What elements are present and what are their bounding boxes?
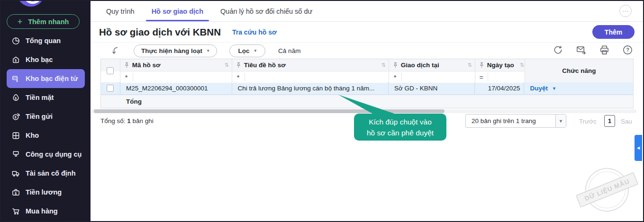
table-header: Mã hồ sơ ⇅ Tiêu đề hồ sơ ⇅ Giao dịch tại <box>100 59 634 82</box>
filter-operator: * <box>120 74 133 81</box>
pin-icon <box>236 62 241 68</box>
filter-cell-tieu-de[interactable]: * <box>232 71 389 83</box>
help-button[interactable]: ? <box>622 44 633 55</box>
send-email-button[interactable] <box>576 44 587 55</box>
batch-action-label: Thực hiện hàng loạt <box>141 47 202 54</box>
sidebar-item-label: Tổng quan <box>26 37 61 44</box>
quick-add-button[interactable]: + Thêm nhanh <box>7 14 80 29</box>
more-options-button[interactable]: ⋯ <box>619 5 632 17</box>
filter-operator: = <box>475 74 488 81</box>
briefcase-icon: $ <box>11 188 20 197</box>
filter-input[interactable] <box>133 73 232 81</box>
refresh-button[interactable] <box>553 44 563 55</box>
page-size-select[interactable]: 20 bản ghi trên 1 trang ▼ <box>465 114 566 128</box>
approve-action-dropdown[interactable]: Duyệt ▼ <box>524 82 633 94</box>
sort-icon: ⇅ <box>224 62 228 68</box>
record-count-prefix: Tổng số: <box>100 117 126 124</box>
e-treasury-icon: $ <box>11 74 20 83</box>
sidebar-item-label: Kho bạc điện tử <box>26 75 78 82</box>
warehouse-icon <box>11 131 20 140</box>
flow-down-icon <box>110 45 121 56</box>
tab-quy-trinh[interactable]: Quy trình <box>106 8 135 15</box>
sidebar-item-cong-cu-dung-cu[interactable]: Công cụ dụng cụ <box>7 145 85 164</box>
header-row: Mã hồ sơ ⇅ Tiêu đề hồ sơ ⇅ Giao dịch tại <box>120 59 525 71</box>
column-header-giao-dich-tai[interactable]: Giao dịch tại ⇅ <box>389 59 475 71</box>
caret-down-icon: ▼ <box>552 86 556 91</box>
column-label: Mã hồ sơ <box>132 62 161 69</box>
sidebar-item-kho-bac[interactable]: $ Kho bạc <box>7 50 85 69</box>
filter-input[interactable] <box>245 73 389 81</box>
filter-operator: * <box>389 74 401 81</box>
period-selector[interactable]: Cả năm <box>278 47 300 54</box>
column-header-ngay-tao[interactable]: Ngày tạo ⇅ <box>475 59 525 71</box>
sidebar-item-kho[interactable]: Kho <box>7 126 85 145</box>
column-header-chuc-nang: Chức năng <box>525 59 633 82</box>
filter-operator: * <box>232 74 245 81</box>
select-all-checkbox[interactable] <box>107 67 114 74</box>
mail-send-icon <box>576 44 587 55</box>
prev-page-button[interactable]: Trước <box>579 118 597 125</box>
svg-text:$: $ <box>16 79 18 83</box>
svg-text:$: $ <box>15 115 17 119</box>
sidebar-item-tien-mat[interactable]: $ Tiền mặt <box>7 88 85 107</box>
title-bar: Hồ sơ giao dịch với KBNN Tra cứu hồ sơ T… <box>91 22 644 43</box>
lookup-records-link[interactable]: Tra cứu hồ sơ <box>232 28 277 36</box>
sidebar-item-mua-hang[interactable]: Mua hàng <box>7 202 85 221</box>
table-summary-row: Tổng <box>100 95 634 108</box>
pin-icon <box>479 62 484 68</box>
batch-action-dropdown[interactable]: Thực hiện hàng loạt ▾ <box>134 44 217 57</box>
current-page-button[interactable]: 1 <box>604 115 615 127</box>
help-icon: ? <box>622 44 633 55</box>
sidebar-item-kho-bac-dien-tu[interactable]: $ Kho bạc điện tử <box>7 69 85 88</box>
filter-cell-ma-ho-so[interactable]: * <box>120 71 232 83</box>
truck-icon <box>11 169 20 178</box>
caret-down-icon: ▾ <box>254 48 257 53</box>
row-checkbox[interactable] <box>107 85 114 92</box>
next-page-button[interactable]: Sau <box>621 118 632 125</box>
printer-icon <box>599 44 610 55</box>
cell-ma-ho-so: M25_M2206294_000300001 <box>120 82 232 94</box>
app-logo[interactable] <box>17 0 45 7</box>
svg-text:$: $ <box>15 97 17 100</box>
column-header-tieu-de[interactable]: Tiêu đề hồ sơ ⇅ <box>232 59 389 71</box>
caret-down-icon: ▼ <box>559 119 563 124</box>
stamp-outer-ring <box>579 161 635 218</box>
ellipsis-icon: ⋯ <box>622 8 629 15</box>
sidebar-item-label: Mua hàng <box>26 207 58 215</box>
filter-input[interactable] <box>488 73 525 81</box>
record-count: Tổng số: 1 bản ghi <box>100 117 154 124</box>
filter-cell-ngay-tao[interactable]: = <box>475 71 525 83</box>
guide-tooltip: Kích đúp chuột vào hồ sơ cần phê duyệt <box>354 114 446 141</box>
filter-cell-giao-dich-tai[interactable]: * <box>389 71 475 83</box>
tooltip-line1: Kích đúp chuột vào <box>369 116 432 127</box>
record-count-suffix: bản ghi <box>133 117 154 124</box>
column-header-ma-ho-so[interactable]: Mã hồ sơ ⇅ <box>120 59 232 71</box>
page-title: Hồ sơ giao dịch với KBNN <box>99 27 221 38</box>
quick-add-label: Thêm nhanh <box>28 18 69 26</box>
sidebar-item-label: Kho bạc <box>26 56 53 63</box>
sidebar-item-tien-gui[interactable]: $ Tiền gửi <box>7 107 85 126</box>
filter-row: * * * = <box>120 71 525 83</box>
scrollbar-thumb[interactable] <box>94 109 444 113</box>
sidebar-item-tien-luong[interactable]: $ Tiền lương <box>7 183 85 202</box>
pin-icon <box>393 62 398 68</box>
side-panel-toggle[interactable]: ◀ <box>635 135 642 161</box>
filter-dropdown[interactable]: Lọc ▾ <box>229 44 266 57</box>
table-row[interactable]: M25_M2206294_000300001 Chi trả lương Bản… <box>100 82 634 95</box>
header-columns: Mã hồ sơ ⇅ Tiêu đề hồ sơ ⇅ Giao dịch tại <box>120 59 525 82</box>
cash-icon: $ <box>11 93 20 102</box>
add-button[interactable]: Thêm <box>592 25 635 39</box>
tab-quan-ly-ho-so-doi-chieu[interactable]: Quản lý hồ sơ đối chiếu số dư <box>220 8 312 15</box>
horizontal-scrollbar[interactable] <box>91 109 636 113</box>
column-label: Ngày tạo <box>487 62 514 69</box>
sidebar-item-tai-san-co-dinh[interactable]: Tài sản cố định <box>7 164 85 183</box>
cell-ngay-tao: 17/04/2025 <box>475 82 525 94</box>
shopping-cart-icon <box>11 207 20 216</box>
filter-input[interactable] <box>401 73 475 81</box>
sort-flow-button[interactable] <box>110 45 121 56</box>
print-button[interactable] <box>599 44 610 55</box>
sidebar-item-tong-quan[interactable]: Tổng quan <box>7 31 85 50</box>
tab-ho-so-giao-dich[interactable]: Hồ sơ giao dịch <box>152 8 203 15</box>
sidebar-nav: Tổng quan $ Kho bạc $ Kho bạc điện tử $ … <box>1 31 91 221</box>
tab-bar: Quy trình Hồ sơ giao dịch Quản lý hồ sơ … <box>91 1 644 22</box>
